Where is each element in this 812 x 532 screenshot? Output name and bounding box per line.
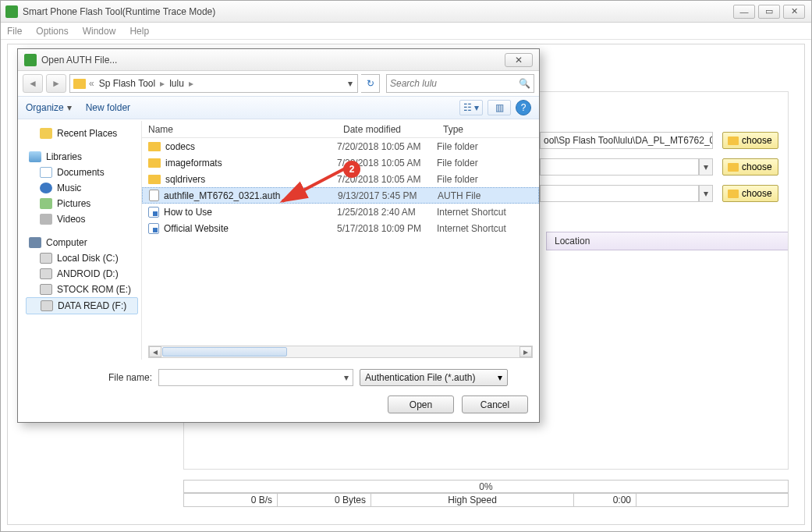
nav-music[interactable]: Music (26, 180, 138, 196)
status-rate: 0 B/s (184, 494, 278, 506)
disk-icon (40, 268, 52, 279)
breadcrumb-seg2[interactable]: lulu (168, 78, 186, 89)
shortcut-icon (148, 223, 159, 234)
menu-window[interactable]: Window (83, 26, 116, 37)
scroll-thumb[interactable] (162, 347, 287, 356)
column-name[interactable]: Name (142, 124, 337, 135)
dialog-title: Open AUTH File... (41, 55, 505, 66)
nav-pictures[interactable]: Pictures (26, 196, 138, 211)
preview-pane-button[interactable]: ▥ (488, 100, 511, 115)
open-file-dialog: Open AUTH File... ✕ ◄ ► « Sp Flash Tool … (17, 48, 540, 423)
nav-disk-e[interactable]: STOCK ROM (E:) (26, 282, 138, 297)
status-bar: 0 B/s 0 Bytes High Speed 0:00 (183, 493, 789, 507)
file-row[interactable]: imageformats7/20/2018 10:05 AMFile folde… (142, 154, 539, 171)
main-titlebar[interactable]: Smart Phone Flash Tool(Runtime Trace Mod… (1, 1, 811, 23)
file-row[interactable]: codecs7/20/2018 10:05 AMFile folder (142, 138, 539, 154)
filter-label: Authentication File (*.auth) (365, 372, 498, 383)
open-button[interactable]: Open (388, 395, 454, 413)
file-name: imageformats (165, 158, 222, 168)
address-bar[interactable]: « Sp Flash Tool ▸ lulu ▸ ▾ (69, 74, 358, 93)
nav-disk-c[interactable]: Local Disk (C:) (26, 250, 138, 266)
recent-icon (40, 128, 52, 139)
search-box[interactable]: 🔍 (386, 74, 534, 93)
file-icon (149, 190, 159, 201)
videos-icon (40, 214, 52, 225)
filename-input[interactable] (159, 372, 340, 383)
menu-file[interactable]: File (7, 26, 22, 37)
shortcut-icon (148, 207, 159, 218)
file-row[interactable]: Official Website5/17/2018 10:09 PMIntern… (142, 220, 539, 236)
file-date: 9/13/2017 5:45 PM (338, 190, 438, 201)
breadcrumb-seg1[interactable]: Sp Flash Tool (98, 78, 158, 89)
nav-disk-f[interactable]: DATA READ (F:) (26, 297, 138, 314)
app-title: Smart Phone Flash Tool(Runtime Trace Mod… (23, 6, 733, 17)
menu-help[interactable]: Help (129, 26, 149, 37)
annotation-badge: 2 (343, 161, 360, 178)
status-spacer (636, 494, 788, 506)
filename-combo[interactable]: ▾ (158, 369, 353, 386)
main-menubar: File Options Window Help (1, 23, 811, 40)
search-icon[interactable]: 🔍 (519, 78, 530, 89)
nav-videos[interactable]: Videos (26, 211, 138, 227)
folder-icon (148, 142, 161, 151)
file-name: How to Use (164, 207, 212, 218)
file-row[interactable]: authfile_MT6762_0321.auth9/13/2017 5:45 … (142, 187, 539, 204)
file-date: 7/20/2018 10:05 AM (337, 141, 437, 152)
dialog-app-icon (24, 54, 37, 66)
menu-options[interactable]: Options (36, 26, 68, 37)
maximize-button[interactable]: ▭ (758, 5, 780, 19)
file-row[interactable]: How to Use1/25/2018 2:40 AMInternet Shor… (142, 204, 539, 220)
scroll-right-button[interactable]: ▸ (519, 346, 532, 357)
view-options-button[interactable]: ☷ ▾ (459, 100, 483, 115)
nav-documents[interactable]: Documents (26, 165, 138, 180)
file-name: sqldrivers (165, 174, 205, 185)
help-button[interactable]: ? (516, 100, 531, 115)
minimize-button[interactable]: — (733, 5, 755, 19)
nav-recent-places[interactable]: Recent Places (26, 126, 138, 141)
filename-dropdown[interactable]: ▾ (340, 372, 353, 383)
file-name: codecs (165, 141, 195, 152)
file-type: File folder (437, 158, 539, 168)
new-folder-button[interactable]: New folder (86, 102, 130, 113)
computer-icon (29, 237, 41, 248)
folder-icon (73, 79, 86, 89)
nav-disk-d[interactable]: ANDROID (D:) (26, 266, 138, 282)
column-date[interactable]: Date modified (337, 124, 437, 135)
address-dropdown[interactable]: ▾ (345, 78, 356, 89)
disk-icon (41, 300, 53, 311)
file-type: File folder (437, 141, 539, 152)
refresh-button[interactable]: ↻ (361, 74, 380, 93)
close-button[interactable]: ✕ (783, 5, 805, 19)
scroll-left-button[interactable]: ◂ (149, 346, 161, 357)
dialog-close-button[interactable]: ✕ (505, 53, 533, 67)
app-icon (5, 5, 18, 18)
chevron-right-icon: ▸ (160, 78, 165, 89)
file-row[interactable]: sqldrivers7/20/2018 10:05 AMFile folder (142, 171, 539, 187)
dialog-titlebar[interactable]: Open AUTH File... ✕ (18, 49, 539, 71)
file-type: Internet Shortcut (437, 223, 539, 234)
progress-text: 0% (479, 481, 492, 492)
search-input[interactable] (390, 78, 519, 89)
filetype-filter[interactable]: Authentication File (*.auth) ▾ (360, 369, 508, 386)
folder-icon (148, 158, 161, 168)
chevron-down-icon: ▾ (67, 102, 72, 113)
nav-back-button[interactable]: ◄ (23, 74, 43, 93)
disk-icon (40, 253, 52, 264)
dialog-body: Recent Places Libraries Documents Music … (18, 121, 539, 360)
chevron-icon[interactable]: « (89, 78, 94, 89)
file-type: AUTH File (438, 190, 538, 201)
horizontal-scrollbar[interactable]: ◂ ▸ (148, 346, 533, 358)
progress-bar: 0% (183, 480, 789, 493)
chevron-right-icon: ▸ (189, 78, 193, 89)
navigation-pane: Recent Places Libraries Documents Music … (18, 121, 141, 360)
file-list-header[interactable]: Name Date modified Type (142, 121, 539, 138)
nav-libraries[interactable]: Libraries (26, 149, 138, 165)
nav-forward-button[interactable]: ► (46, 74, 66, 93)
folder-icon (148, 175, 161, 184)
nav-computer[interactable]: Computer (26, 235, 138, 250)
file-date: 5/17/2018 10:09 PM (337, 223, 437, 234)
file-date: 1/25/2018 2:40 AM (337, 207, 437, 218)
organize-menu[interactable]: Organize ▾ (26, 102, 72, 113)
column-type[interactable]: Type (437, 124, 539, 135)
cancel-button[interactable]: Cancel (462, 395, 528, 413)
